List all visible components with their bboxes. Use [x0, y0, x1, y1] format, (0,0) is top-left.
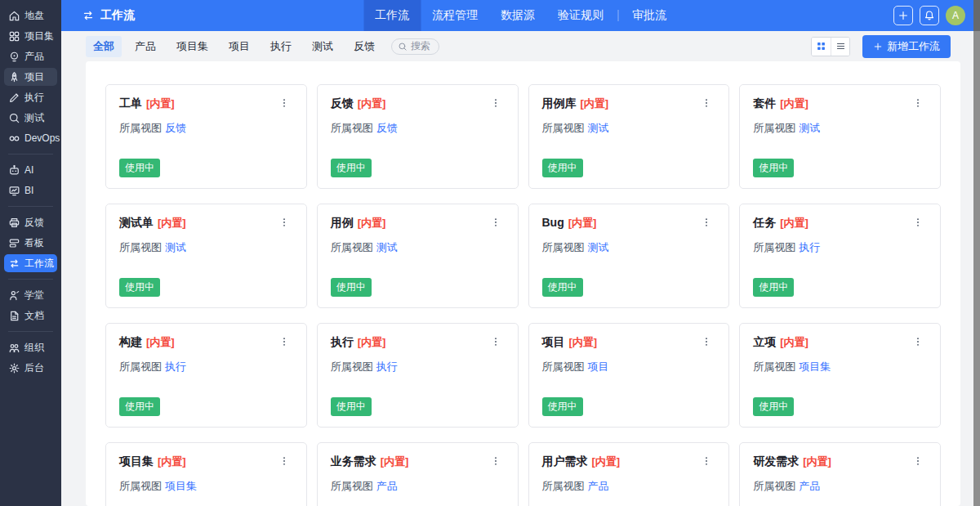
- workflow-card[interactable]: 项目集[内置]所属视图项目集使用中: [105, 442, 307, 506]
- card-title[interactable]: 任务: [753, 216, 776, 229]
- sidebar-item-programs[interactable]: 项目集: [4, 27, 57, 45]
- filter-chip-产品[interactable]: 产品: [127, 36, 163, 57]
- sidebar-item-devops[interactable]: DevOps: [4, 129, 57, 147]
- workflow-card[interactable]: 项目[内置]所属视图项目使用中: [528, 323, 730, 428]
- card-menu-button[interactable]: [909, 334, 927, 349]
- sidebar-item-ai[interactable]: AI: [4, 161, 57, 179]
- card-menu-button[interactable]: [487, 96, 505, 110]
- card-menu-button[interactable]: [275, 334, 293, 349]
- tab-数据源[interactable]: 数据源: [489, 0, 546, 31]
- sidebar-item-test[interactable]: 测试: [4, 109, 57, 127]
- sidebar-item-org[interactable]: 组织: [4, 338, 57, 356]
- tab-验证规则[interactable]: 验证规则: [546, 0, 615, 31]
- view-link[interactable]: 项目集: [165, 480, 197, 492]
- filter-chip-反馈[interactable]: 反馈: [346, 36, 382, 57]
- search-input[interactable]: 搜索: [391, 38, 439, 55]
- workflow-card[interactable]: 用例库[内置]所属视图测试使用中: [528, 84, 730, 189]
- view-link[interactable]: 执行: [376, 360, 398, 373]
- view-link[interactable]: 项目: [588, 360, 609, 373]
- card-menu-button[interactable]: [909, 215, 927, 230]
- view-link[interactable]: 测试: [799, 122, 820, 134]
- sidebar-item-workflow[interactable]: 工作流: [4, 254, 57, 272]
- workflow-card[interactable]: 套件[内置]所属视图测试使用中: [739, 84, 941, 189]
- card-menu-button[interactable]: [697, 334, 715, 349]
- card-title[interactable]: 测试单: [119, 216, 154, 229]
- view-link[interactable]: 执行: [165, 360, 186, 373]
- card-title[interactable]: 立项: [753, 335, 776, 348]
- view-link[interactable]: 产品: [588, 480, 609, 492]
- notifications-button[interactable]: [920, 6, 939, 25]
- filter-chip-测试[interactable]: 测试: [305, 36, 341, 57]
- sidebar-item-school[interactable]: 学堂: [4, 286, 57, 304]
- workflow-card[interactable]: 用例[内置]所属视图测试使用中: [317, 204, 519, 308]
- card-menu-button[interactable]: [275, 215, 293, 230]
- new-workflow-button[interactable]: 新增工作流: [862, 35, 951, 58]
- add-button[interactable]: [893, 6, 913, 25]
- view-link[interactable]: 产品: [376, 480, 398, 492]
- card-title[interactable]: 研发需求: [753, 455, 799, 468]
- card-title[interactable]: 执行: [331, 335, 354, 348]
- sidebar-item-kanban[interactable]: 看板: [4, 234, 57, 252]
- workflow-card[interactable]: 用户需求[内置]所属视图产品使用中: [528, 442, 730, 506]
- card-title[interactable]: 业务需求: [331, 455, 376, 468]
- card-title[interactable]: 项目集: [119, 455, 154, 468]
- view-link[interactable]: 项目集: [799, 360, 831, 373]
- sidebar-item-product[interactable]: 产品: [4, 47, 57, 65]
- sidebar-item-admin[interactable]: 后台: [4, 359, 57, 377]
- card-menu-button[interactable]: [275, 454, 293, 468]
- workflow-card[interactable]: 任务[内置]所属视图执行使用中: [739, 204, 941, 308]
- workflow-card[interactable]: 业务需求[内置]所属视图产品使用中: [317, 442, 519, 506]
- view-link[interactable]: 反馈: [165, 122, 186, 134]
- card-menu-button[interactable]: [487, 334, 505, 349]
- workflow-card[interactable]: 测试单[内置]所属视图测试使用中: [105, 204, 307, 308]
- sidebar-item-docs[interactable]: 文档: [4, 307, 57, 325]
- workflow-card[interactable]: 研发需求[内置]所属视图产品使用中: [739, 442, 941, 506]
- card-title[interactable]: 用例: [331, 216, 354, 229]
- tab-审批流[interactable]: 审批流: [621, 0, 678, 31]
- workflow-card[interactable]: 工单[内置]所属视图反馈使用中: [105, 84, 307, 189]
- filter-chip-项目[interactable]: 项目: [221, 36, 257, 57]
- card-title[interactable]: 构建: [119, 335, 142, 348]
- sidebar-item-feedback[interactable]: 反馈: [4, 213, 57, 231]
- view-link[interactable]: 测试: [165, 241, 186, 253]
- view-link[interactable]: 测试: [588, 241, 609, 253]
- card-title[interactable]: 反馈: [331, 96, 354, 110]
- card-menu-button[interactable]: [275, 96, 293, 110]
- sidebar-item-execute[interactable]: 执行: [4, 88, 57, 106]
- card-title[interactable]: 用户需求: [542, 455, 588, 468]
- tab-流程管理[interactable]: 流程管理: [421, 0, 489, 31]
- filter-chip-执行[interactable]: 执行: [263, 36, 299, 57]
- tab-工作流[interactable]: 工作流: [363, 0, 421, 31]
- workflow-card[interactable]: 构建[内置]所属视图执行使用中: [105, 323, 307, 428]
- sidebar-item-bi[interactable]: BI: [4, 181, 57, 199]
- workflow-card[interactable]: 反馈[内置]所属视图反馈使用中: [317, 84, 519, 189]
- filter-chip-项目集[interactable]: 项目集: [169, 36, 216, 57]
- avatar[interactable]: A: [946, 6, 965, 25]
- workflow-card[interactable]: 立项[内置]所属视图项目集使用中: [739, 323, 941, 428]
- card-menu-button[interactable]: [697, 215, 715, 230]
- list-view-button[interactable]: [831, 38, 849, 56]
- view-link[interactable]: 执行: [799, 241, 820, 253]
- card-title[interactable]: 工单: [119, 96, 142, 110]
- filter-chip-全部[interactable]: 全部: [86, 36, 122, 57]
- sidebar-item-project[interactable]: 项目: [4, 68, 57, 86]
- grid-view-button[interactable]: [812, 38, 831, 56]
- card-title[interactable]: 项目: [542, 335, 565, 348]
- view-link[interactable]: 测试: [376, 241, 398, 253]
- card-menu-button[interactable]: [909, 96, 927, 110]
- view-link[interactable]: 反馈: [376, 122, 398, 134]
- card-menu-button[interactable]: [487, 454, 505, 468]
- view-link[interactable]: 产品: [799, 480, 820, 492]
- sidebar-item-home[interactable]: 地盘: [4, 7, 57, 25]
- window-scrollbar[interactable]: [973, 0, 980, 506]
- card-menu-button[interactable]: [487, 215, 505, 230]
- card-title[interactable]: 用例库: [542, 96, 577, 110]
- workflow-card[interactable]: Bug[内置]所属视图测试使用中: [528, 204, 730, 308]
- card-title[interactable]: Bug: [542, 216, 564, 229]
- view-link[interactable]: 测试: [588, 122, 609, 134]
- card-menu-button[interactable]: [909, 454, 927, 468]
- card-menu-button[interactable]: [697, 96, 715, 110]
- workflow-card[interactable]: 执行[内置]所属视图执行使用中: [317, 323, 519, 428]
- card-title[interactable]: 套件: [753, 96, 776, 110]
- card-menu-button[interactable]: [697, 454, 715, 468]
